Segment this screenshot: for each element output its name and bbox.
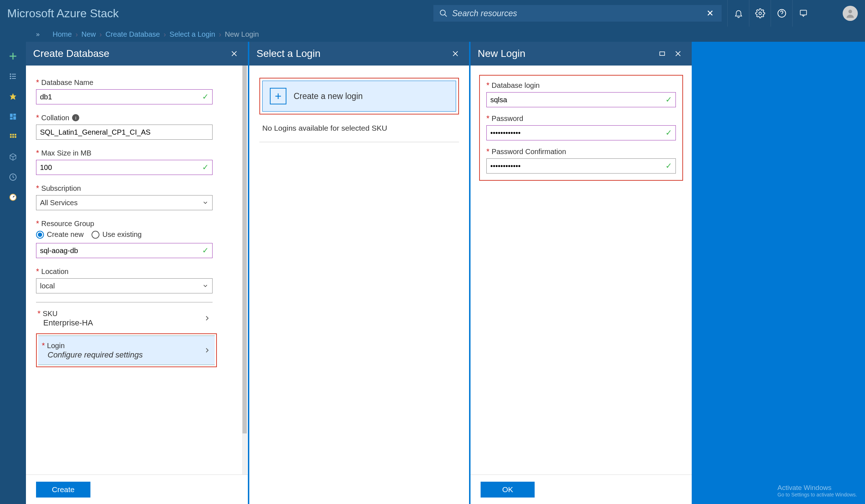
svg-rect-20 — [10, 134, 12, 136]
help-icon[interactable] — [771, 0, 792, 27]
collation-input[interactable] — [36, 125, 213, 140]
db-name-label: Database Name — [41, 78, 94, 87]
rg-use-existing-radio[interactable]: Use existing — [92, 230, 142, 239]
sku-value: Enterprise-HA — [37, 318, 93, 328]
svg-rect-22 — [15, 134, 17, 136]
max-size-input[interactable]: ✓ — [36, 160, 213, 175]
password-label: Password — [492, 114, 523, 123]
breadcrumb: » Home› New› Create Database› Select a L… — [0, 27, 865, 42]
info-icon[interactable]: i — [72, 114, 79, 121]
blades-container: Create Database *Database Name ✓ *Collat… — [26, 42, 692, 504]
close-icon[interactable] — [672, 47, 685, 60]
maximize-icon[interactable] — [656, 47, 669, 60]
svg-point-2 — [759, 12, 761, 15]
topbar: Microsoft Azure Stack ✕ — [0, 0, 865, 27]
svg-rect-24 — [12, 136, 14, 138]
svg-rect-18 — [13, 116, 16, 120]
breadcrumb-select-login[interactable]: Select a Login — [170, 30, 215, 39]
ok-button[interactable]: OK — [481, 482, 535, 498]
blade-header: Create Database — [26, 42, 248, 66]
location-label: Location — [41, 267, 69, 276]
blade-body: *Database Name ✓ *Collationi *Max Size i… — [26, 66, 248, 474]
notifications-icon[interactable] — [727, 0, 749, 27]
check-icon: ✓ — [202, 246, 209, 255]
svg-point-11 — [10, 76, 11, 77]
password-confirmation-label: Password Confirmation — [492, 148, 566, 156]
check-icon: ✓ — [665, 95, 672, 104]
chevron-down-icon — [202, 283, 209, 289]
nav-box-icon[interactable] — [0, 147, 26, 167]
svg-point-0 — [440, 10, 445, 15]
blade-select-login: Select a Login + Create a new login No L… — [249, 42, 471, 504]
svg-rect-17 — [13, 114, 16, 116]
create-new-login-button[interactable]: + Create a new login — [262, 81, 456, 112]
check-icon: ✓ — [665, 128, 672, 138]
blade-body: *Database login ✓ *Password ✓ *Password … — [471, 66, 692, 474]
password-input[interactable]: ✓ — [486, 125, 676, 140]
login-nav[interactable]: *Login Configure required settings — [38, 336, 215, 365]
blade-new-login: New Login *Database login ✓ *Password ✓ … — [471, 42, 692, 504]
svg-rect-23 — [10, 136, 12, 138]
search-icon — [439, 9, 448, 18]
subscription-select[interactable]: All Services — [36, 195, 213, 210]
db-login-label: Database login — [492, 81, 540, 90]
location-select[interactable]: local — [36, 278, 213, 293]
user-avatar[interactable] — [843, 6, 858, 21]
svg-rect-16 — [10, 114, 13, 117]
db-login-input[interactable]: ✓ — [486, 92, 676, 107]
svg-rect-19 — [10, 118, 13, 120]
create-login-label: Create a new login — [294, 91, 363, 101]
sku-nav[interactable]: *SKU Enterprise-HA — [36, 306, 213, 332]
nav-favorites-icon[interactable] — [0, 86, 26, 107]
search-input[interactable] — [452, 9, 704, 18]
svg-point-13 — [10, 78, 11, 79]
collation-label: Collation — [41, 114, 70, 122]
breadcrumb-collapse-icon[interactable]: » — [36, 31, 40, 38]
blade-header: New Login — [471, 42, 692, 66]
feedback-icon[interactable] — [792, 0, 814, 27]
settings-icon[interactable] — [749, 0, 771, 27]
rg-create-new-radio[interactable]: Create new — [36, 230, 84, 239]
windows-activation-watermark: Activate Windows Go to Settings to activ… — [777, 484, 857, 498]
plus-icon: + — [270, 88, 286, 104]
password-confirmation-input[interactable]: ✓ — [486, 158, 676, 174]
nav-dashboard-icon[interactable] — [0, 107, 26, 127]
breadcrumb-new[interactable]: New — [81, 30, 96, 39]
check-icon: ✓ — [665, 161, 672, 171]
blade-header: Select a Login — [249, 42, 469, 66]
sku-label: SKU — [43, 310, 58, 318]
svg-line-1 — [445, 14, 447, 17]
db-name-input[interactable]: ✓ — [36, 89, 213, 104]
brand-label: Microsoft Azure Stack — [7, 7, 119, 20]
nav-grid-icon[interactable] — [0, 127, 26, 147]
scrollbar[interactable] — [242, 66, 247, 474]
search-container[interactable]: ✕ — [433, 5, 722, 22]
nav-gauge-icon[interactable] — [0, 187, 26, 207]
svg-point-6 — [848, 10, 852, 13]
blade-body: + Create a new login No Logins available… — [249, 66, 469, 504]
chevron-right-icon — [203, 314, 211, 322]
no-logins-message: No Logins available for selected SKU — [259, 114, 459, 142]
close-icon[interactable] — [449, 47, 462, 60]
check-icon: ✓ — [202, 92, 209, 102]
nav-list-icon[interactable] — [0, 66, 26, 86]
breadcrumb-create-database[interactable]: Create Database — [106, 30, 160, 39]
svg-rect-21 — [12, 134, 14, 136]
breadcrumb-home[interactable]: Home — [53, 30, 72, 39]
clear-search-icon[interactable]: ✕ — [704, 8, 716, 18]
blade-title: Select a Login — [257, 48, 320, 59]
close-icon[interactable] — [228, 47, 241, 60]
rg-label: Resource Group — [41, 220, 94, 228]
nav-clock-icon[interactable] — [0, 167, 26, 187]
nav-new-icon[interactable] — [0, 46, 26, 66]
svg-rect-5 — [800, 10, 806, 15]
subscription-label: Subscription — [41, 184, 81, 193]
svg-marker-15 — [10, 93, 16, 100]
svg-rect-25 — [15, 136, 17, 138]
rg-name-input[interactable]: ✓ — [36, 243, 213, 258]
create-button[interactable]: Create — [36, 482, 90, 498]
blade-title: Create Database — [33, 48, 110, 59]
blade-create-database: Create Database *Database Name ✓ *Collat… — [26, 42, 249, 504]
chevron-down-icon — [202, 199, 209, 206]
login-label: Login — [47, 342, 65, 350]
